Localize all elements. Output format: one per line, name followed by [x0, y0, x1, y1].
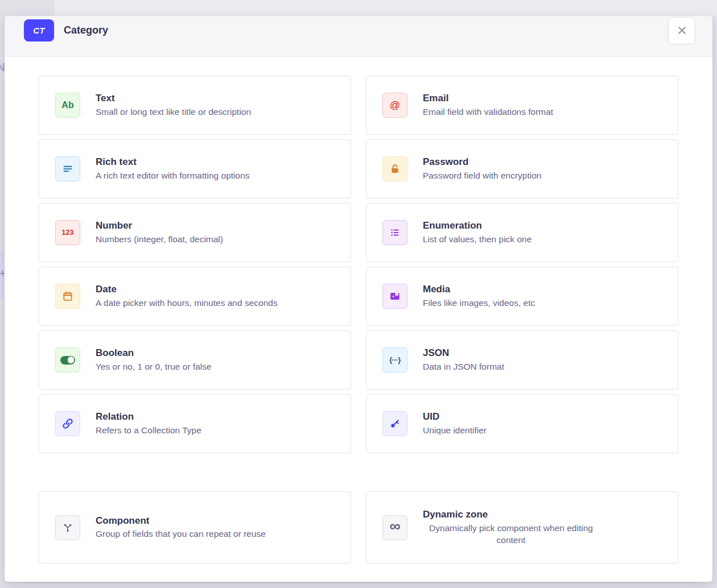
field-card-email[interactable]: @ Email Email field with validations for…	[366, 76, 678, 135]
field-icon-tile	[382, 220, 407, 245]
at-sign-icon: @	[390, 100, 400, 111]
field-title: Email	[423, 92, 664, 104]
align-left-icon	[61, 163, 74, 175]
field-title: Password	[423, 156, 664, 168]
field-icon-tile: Ab	[55, 93, 80, 118]
field-icon-tile	[382, 411, 407, 436]
field-icon-tile	[382, 284, 407, 309]
toggle-on-icon	[60, 356, 75, 365]
field-icon-tile	[55, 411, 80, 436]
field-description: List of values, then pick one	[423, 234, 664, 246]
field-card-component[interactable]: Component Group of fields that you can r…	[39, 491, 351, 564]
field-card-relation[interactable]: Relation Refers to a Collection Type	[39, 394, 351, 453]
field-title: JSON	[423, 347, 664, 359]
content-type-badge: CT	[24, 19, 54, 42]
field-type-list: Ab Text Small or long text like title or…	[5, 57, 712, 582]
field-card-uid[interactable]: UID Unique identifier	[366, 394, 678, 453]
numbers-123-icon: 123	[61, 229, 73, 237]
bullet-list-icon	[389, 226, 401, 239]
field-card-json[interactable]: {···} JSON Data in JSON format	[366, 330, 678, 390]
field-icon-tile	[382, 156, 407, 181]
branch-nodes-icon	[61, 521, 74, 534]
lock-icon	[389, 163, 401, 175]
field-description: Numbers (integer, float, decimal)	[96, 234, 337, 246]
field-card-password[interactable]: Password Password field with encryption	[366, 139, 678, 198]
default-fields-grid: Ab Text Small or long text like title or…	[39, 76, 678, 453]
field-description: Password field with encryption	[423, 170, 664, 182]
field-card-boolean[interactable]: Boolean Yes or no, 1 or 0, true or false	[39, 330, 351, 390]
field-icon-tile: ∞	[382, 515, 407, 540]
field-description: Dynamically pick component when editing …	[423, 523, 599, 546]
advanced-fields-grid: Component Group of fields that you can r…	[39, 491, 678, 564]
field-icon-tile	[55, 515, 80, 540]
field-description: Email field with validations format	[423, 106, 664, 118]
field-title: Component	[96, 515, 337, 527]
close-button[interactable]	[668, 17, 695, 44]
backdrop-divider	[0, 96, 5, 96]
field-card-date[interactable]: Date A date picker with hours, minutes a…	[39, 267, 351, 326]
ab-text-icon: Ab	[61, 100, 73, 110]
field-description: Refers to a Collection Type	[96, 425, 337, 437]
field-title: Rich text	[96, 156, 337, 168]
field-icon-tile	[55, 284, 80, 309]
modal-header: CT Category	[5, 16, 712, 57]
field-description: Small or long text like title or descrip…	[96, 106, 337, 118]
field-title: Boolean	[96, 347, 337, 359]
field-icon-tile: @	[382, 93, 407, 118]
calendar-icon	[61, 290, 74, 303]
field-title: Number	[96, 220, 337, 231]
field-title: Relation	[96, 411, 337, 423]
close-icon	[676, 24, 688, 36]
field-card-dynamiczone[interactable]: ∞ Dynamic zone Dynamically pick componen…	[366, 491, 678, 564]
field-title: Media	[423, 283, 664, 295]
field-title: UID	[423, 411, 664, 423]
infinity-icon: ∞	[389, 520, 400, 533]
field-title: Text	[96, 92, 337, 104]
backdrop-divider	[0, 214, 5, 215]
field-description: Files like images, videos, etc	[423, 297, 664, 309]
field-icon-tile: {···}	[382, 347, 407, 372]
field-card-enumeration[interactable]: Enumeration List of values, then pick on…	[366, 203, 678, 262]
field-card-richtext[interactable]: Rich text A rich text editor with format…	[39, 139, 351, 198]
key-icon	[389, 417, 401, 430]
field-description: A rich text editor with formatting optio…	[96, 170, 337, 182]
field-description: Unique identifier	[423, 425, 664, 437]
backdrop-top-band	[55, 0, 717, 16]
field-card-text[interactable]: Ab Text Small or long text like title or…	[39, 76, 351, 135]
curly-braces-icon: {···}	[389, 356, 401, 364]
field-icon-tile	[55, 156, 80, 181]
picture-icon	[389, 290, 401, 303]
field-description: Group of fields that you can repeat or r…	[96, 528, 337, 540]
field-title: Date	[96, 283, 337, 295]
field-description: A date picker with hours, minutes and se…	[96, 297, 337, 309]
field-card-number[interactable]: 123 Number Numbers (integer, float, deci…	[39, 203, 351, 262]
field-card-media[interactable]: Media Files like images, videos, etc	[366, 267, 678, 326]
field-title: Dynamic zone	[423, 508, 664, 520]
backdrop-divider	[0, 155, 5, 155]
field-icon-tile: 123	[55, 220, 80, 245]
field-description: Yes or no, 1 or 0, true or false	[96, 361, 337, 373]
field-icon-tile	[55, 347, 80, 372]
field-description: Data in JSON format	[423, 361, 664, 373]
field-title: Enumeration	[423, 220, 664, 231]
select-field-modal: CT Category Ab Text Small or long text l…	[5, 16, 712, 582]
modal-title: Category	[64, 24, 108, 36]
chain-link-icon	[61, 417, 74, 430]
